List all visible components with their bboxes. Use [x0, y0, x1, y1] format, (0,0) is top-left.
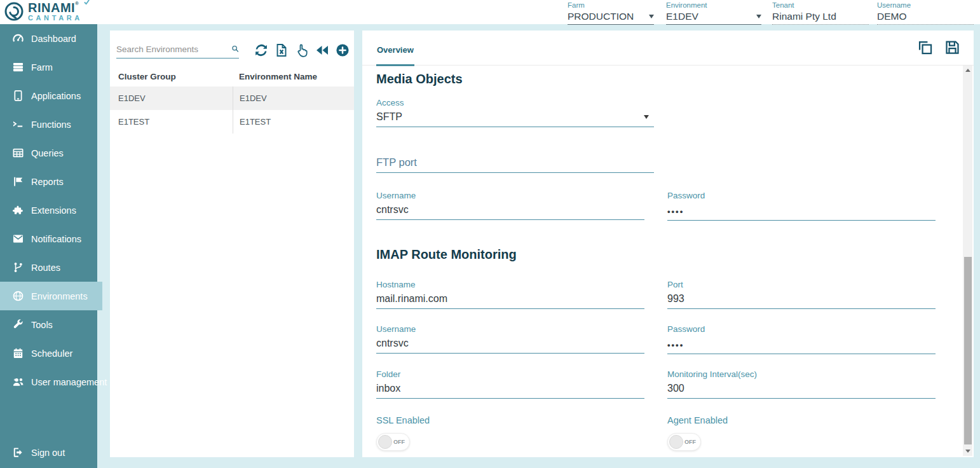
tenant-label: Tenant	[772, 1, 869, 9]
access-select[interactable]: SFTP	[376, 111, 654, 127]
cell-cluster-group: E1TEST	[110, 110, 233, 134]
overview-form: Media Objects Access SFTP FTP port Usern…	[362, 65, 974, 451]
sidebar-item-queries[interactable]: Queries	[0, 139, 97, 167]
farm-select[interactable]: Farm PRODUCTION	[568, 1, 654, 25]
scrollbar-thumb[interactable]	[964, 257, 972, 444]
media-password-input[interactable]: ••••	[667, 204, 936, 221]
chevron-down-icon	[649, 15, 654, 18]
triangle-down-icon	[965, 450, 970, 453]
imap-username-field: Username cntrsvc	[376, 324, 644, 354]
username-label: Username	[376, 191, 644, 200]
environments-table: Cluster Group Environment Name E1DEV E1D…	[110, 67, 354, 134]
search-input[interactable]	[116, 45, 229, 55]
refresh-button[interactable]	[253, 43, 269, 59]
sidebar-item-applications[interactable]: Applications	[0, 81, 97, 110]
agent-enabled-label: Agent Enabled	[667, 415, 936, 425]
sidebar-item-label: Queries	[31, 148, 64, 158]
imap-hostname-input[interactable]: mail.rinami.com	[376, 293, 644, 309]
password-label: Password	[667, 324, 936, 334]
environments-toolbar	[253, 43, 350, 59]
sidebar-item-label: Farm	[31, 62, 53, 72]
select-pointer-button[interactable]	[294, 43, 310, 59]
farm-label: Farm	[568, 1, 654, 9]
scroll-down-button[interactable]	[963, 446, 972, 456]
sign-out-icon	[12, 446, 24, 458]
imap-password-field: Password ••••	[667, 324, 936, 354]
scroll-up-button[interactable]	[963, 65, 972, 75]
sidebar-item-environments[interactable]: Environments	[0, 282, 102, 310]
folder-label: Folder	[376, 369, 644, 379]
sidebar-item-sign-out[interactable]: Sign out	[0, 438, 65, 467]
sidebar-item-label: Applications	[31, 91, 81, 101]
brand-registered-mark: ®	[75, 1, 79, 6]
sidebar-item-label: Routes	[31, 263, 60, 273]
ssl-enabled-toggle[interactable]: OFF	[376, 433, 410, 451]
ftp-port-input[interactable]: FTP port	[376, 156, 654, 173]
tab-overview[interactable]: Overview	[376, 45, 414, 66]
copy-button[interactable]	[916, 39, 934, 56]
hostname-label: Hostname	[376, 280, 644, 289]
sidebar-item-dashboard[interactable]: Dashboard	[0, 24, 97, 53]
toggle-state-label: OFF	[684, 439, 696, 445]
port-label: Port	[667, 280, 936, 289]
sidebar-item-functions[interactable]: Functions	[0, 110, 97, 139]
ftp-port-label: FTP port	[376, 156, 417, 168]
users-icon	[12, 376, 24, 388]
table-row[interactable]: E1DEV E1DEV	[110, 86, 354, 110]
environment-select[interactable]: Environment E1DEV	[666, 1, 761, 25]
table-icon	[12, 147, 24, 159]
sidebar-item-label: Tools	[31, 320, 53, 330]
imap-port-input[interactable]: 993	[667, 293, 936, 309]
username-field: Username DEMO	[877, 1, 974, 25]
tablet-icon	[12, 90, 24, 102]
media-username-input[interactable]: cntrsvc	[376, 204, 644, 220]
agent-enabled-toggle[interactable]: OFF	[667, 433, 701, 451]
tenant-field: Tenant Rinami Pty Ltd	[772, 1, 869, 25]
username-value: DEMO	[877, 11, 907, 22]
imap-interval-input[interactable]: 300	[667, 383, 936, 399]
imap-folder-input[interactable]: inbox	[376, 383, 644, 399]
monitoring-interval-label: Monitoring Interval(sec)	[667, 369, 936, 379]
export-excel-button[interactable]	[273, 43, 289, 59]
vertical-scrollbar[interactable]	[963, 65, 972, 456]
access-value: SFTP	[376, 111, 402, 122]
code-branch-icon	[12, 261, 24, 273]
sidebar-item-label: Extensions	[31, 205, 76, 216]
imap-username-input[interactable]: cntrsvc	[376, 338, 644, 354]
envelope-icon	[12, 233, 24, 245]
tenant-value: Rinami Pty Ltd	[772, 11, 836, 22]
refresh-icon	[254, 43, 269, 58]
section-title-imap-route-monitoring: IMAP Route Monitoring	[376, 247, 936, 262]
globe-icon	[12, 290, 24, 302]
media-password-field: Password ••••	[667, 191, 936, 221]
sidebar-item-notifications[interactable]: Notifications	[0, 224, 97, 253]
agent-enabled-field: Agent Enabled OFF	[667, 415, 936, 451]
sidebar-item-routes[interactable]: Routes	[0, 253, 97, 282]
rewind-button[interactable]	[314, 43, 330, 59]
imap-folder-field: Folder inbox	[376, 369, 644, 399]
server-icon	[12, 61, 24, 73]
password-label: Password	[667, 191, 936, 200]
sidebar-item-user-management[interactable]: User management	[0, 368, 97, 396]
toggle-knob	[669, 435, 683, 449]
add-button[interactable]	[334, 43, 350, 59]
sidebar-item-label: Dashboard	[31, 34, 76, 44]
cell-environment-name: E1TEST	[233, 110, 354, 134]
puzzle-icon	[12, 204, 24, 216]
table-row[interactable]: E1TEST E1TEST	[110, 110, 354, 134]
sidebar-item-extensions[interactable]: Extensions	[0, 196, 97, 224]
search-icon[interactable]	[231, 43, 239, 55]
save-button[interactable]	[944, 39, 961, 56]
environment-label: Environment	[666, 1, 761, 9]
sidebar-item-label: Reports	[31, 177, 64, 187]
sidebar-item-tools[interactable]: Tools	[0, 310, 97, 339]
column-header-cluster-group: Cluster Group	[110, 72, 233, 81]
detail-tab-bar: Overview	[362, 31, 974, 65]
ssl-enabled-field: SSL Enabled OFF	[376, 415, 644, 451]
imap-password-input[interactable]: ••••	[667, 338, 936, 354]
sidebar-item-reports[interactable]: Reports	[0, 167, 97, 196]
access-label: Access	[376, 98, 654, 107]
sidebar-item-farm[interactable]: Farm	[0, 53, 97, 81]
sidebar-item-label: Scheduler	[31, 348, 72, 359]
sidebar-item-scheduler[interactable]: Scheduler	[0, 339, 97, 368]
